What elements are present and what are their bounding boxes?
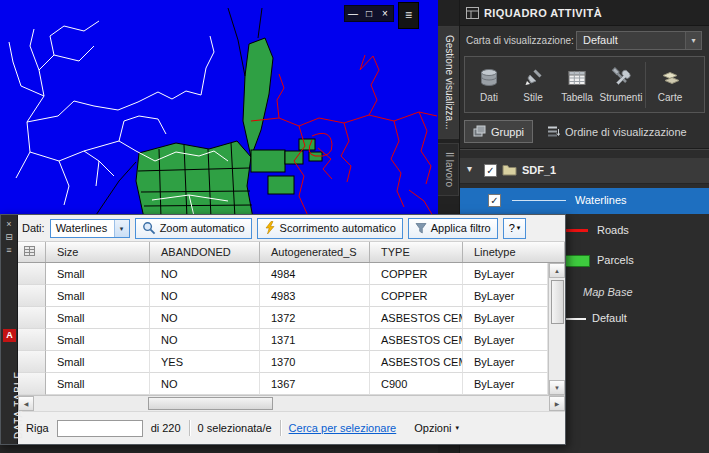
cell-abandoned: NO — [150, 307, 260, 329]
data-table-toolbar: Dati: Waterlines ▾ Zoom automatico Scorr… — [18, 215, 565, 242]
record-selector[interactable] — [18, 307, 46, 329]
help-button[interactable]: ? ▾ — [503, 218, 527, 239]
table-row[interactable]: Small YES 1370 ASBESTOS CEM... ByLayer — [18, 351, 548, 373]
record-selector[interactable] — [18, 263, 46, 285]
cell-autogenerated: 1372 — [260, 307, 370, 329]
cell-type: ASBESTOS CEM... — [370, 351, 463, 373]
column-header-size[interactable]: Size — [46, 242, 150, 262]
gruppi-label: Gruppi — [491, 126, 524, 138]
tab-il-lavoro[interactable]: Il lavoro — [438, 143, 459, 196]
cell-autogenerated: 1371 — [260, 329, 370, 351]
folder-icon — [502, 164, 517, 176]
data-table-palette: × ⊟ ≡ A DATA TABLE Dati: Waterlines ▾ Zo… — [0, 214, 566, 445]
riga-label: Riga — [26, 422, 49, 434]
groups-row: Gruppi Ordine di visualizzazione — [464, 119, 705, 144]
draw-order-icon — [547, 125, 560, 138]
layer-label: Parcels — [597, 254, 634, 266]
palette-close-icon[interactable]: × — [1, 218, 17, 231]
layer-checkbox[interactable]: ✓ — [488, 194, 501, 207]
chevron-down-icon[interactable]: ▾ — [467, 163, 472, 174]
dati-button[interactable]: Dati — [467, 59, 511, 110]
vertical-scrollbar[interactable]: ▲ ▼ — [548, 263, 565, 395]
horizontal-scroll-thumb[interactable] — [148, 397, 273, 410]
cell-linetype: ByLayer — [463, 307, 548, 329]
cell-size: Small — [46, 351, 150, 373]
cerca-per-selezionare-link[interactable]: Cerca per selezionare — [289, 422, 397, 434]
total-rows-label: di 220 — [151, 422, 181, 434]
layer-item-waterlines[interactable]: ✓ Waterlines — [460, 188, 709, 214]
maps-icon — [659, 67, 681, 89]
zoom-automatico-button[interactable]: Zoom automatico — [135, 218, 252, 239]
cell-size: Small — [46, 285, 150, 307]
tab-gestione-visualizzazione[interactable]: Gestione visualizza... — [438, 26, 459, 139]
row-number-input[interactable] — [57, 420, 143, 437]
record-selector[interactable] — [18, 351, 46, 373]
divider — [189, 420, 190, 436]
draw-order-button[interactable]: Ordine di visualizzazione — [543, 120, 691, 143]
record-selector[interactable] — [18, 373, 46, 395]
table-row[interactable]: Small NO 4983 COPPER ByLayer — [18, 285, 548, 307]
record-selector-header[interactable] — [18, 242, 46, 262]
panel-menu-button[interactable]: ≡ — [398, 2, 419, 29]
cell-autogenerated: 4983 — [260, 285, 370, 307]
column-header-autogenerated[interactable]: Autogenerated_S — [260, 242, 370, 262]
scroll-right-icon[interactable]: ▶ — [549, 396, 565, 411]
minimize-icon[interactable]: — — [345, 6, 361, 21]
layer-group-sdf1[interactable]: ▾ ✓ SDF_1 — [460, 158, 709, 184]
map-viewport[interactable]: — □ × ≡ — [0, 0, 438, 219]
cell-abandoned: NO — [150, 263, 260, 285]
chevron-down-icon: ▾ — [114, 220, 129, 237]
cell-type: COPPER — [370, 263, 463, 285]
display-map-dropdown[interactable]: Default ▾ — [576, 31, 702, 50]
table-row[interactable]: Small NO 4984 COPPER ByLayer — [18, 263, 548, 285]
cell-size: Small — [46, 307, 150, 329]
tabella-button[interactable]: Tabella — [555, 59, 599, 110]
column-header-abandoned[interactable]: ABANDONED — [150, 242, 260, 262]
strumenti-label: Strumenti — [600, 92, 643, 103]
toolbar-separator — [645, 62, 646, 108]
palette-autohide-icon[interactable]: ⊟ — [1, 231, 17, 244]
grid-icon — [24, 246, 35, 256]
task-pane-title-text: RIQUADRO ATTIVITÀ — [484, 7, 602, 19]
column-header-linetype[interactable]: Linetype — [463, 242, 565, 262]
palette-title-bar[interactable]: × ⊟ ≡ A DATA TABLE — [1, 215, 18, 444]
status-bar: Riga di 220 0 selezionata/e Cerca per se… — [18, 411, 565, 444]
cell-linetype: ByLayer — [463, 285, 548, 307]
scroll-left-icon[interactable]: ◀ — [18, 396, 34, 411]
strumenti-button[interactable]: Strumenti — [599, 59, 643, 110]
column-header-type[interactable]: TYPE — [370, 242, 463, 262]
applica-filtro-label: Applica filtro — [431, 222, 491, 234]
scorrimento-automatico-button[interactable]: Scorrimento automatico — [257, 218, 403, 239]
table-header: Size ABANDONED Autogenerated_S TYPE Line… — [18, 242, 565, 263]
map-canvas[interactable] — [0, 0, 438, 219]
table-row[interactable]: Small NO 1367 C900 ByLayer — [18, 373, 548, 395]
horizontal-scrollbar[interactable]: ◀ ▶ — [18, 395, 565, 411]
gruppi-button[interactable]: Gruppi — [464, 120, 533, 143]
carte-button[interactable]: Carte — [648, 59, 692, 110]
table-row[interactable]: Small NO 1371 ASBESTOS CEM... ByLayer — [18, 329, 548, 351]
cell-autogenerated: 4984 — [260, 263, 370, 285]
tools-icon — [610, 67, 632, 89]
layer-group-label: SDF_1 — [522, 164, 556, 176]
scroll-down-icon[interactable]: ▼ — [549, 380, 565, 395]
close-icon[interactable]: × — [377, 6, 393, 21]
record-selector[interactable] — [18, 285, 46, 307]
data-source-dropdown[interactable]: Waterlines ▾ — [50, 219, 130, 238]
cell-linetype: ByLayer — [463, 373, 548, 395]
applica-filtro-button[interactable]: Applica filtro — [408, 218, 498, 239]
palette-properties-icon[interactable]: ≡ — [1, 244, 17, 257]
restore-icon[interactable]: □ — [361, 6, 377, 21]
opzioni-button[interactable]: Opzioni ▾ — [414, 422, 459, 434]
filter-icon — [415, 222, 427, 234]
vertical-scroll-thumb[interactable] — [551, 280, 564, 324]
scroll-up-icon[interactable]: ▲ — [549, 263, 565, 278]
table-row[interactable]: Small NO 1372 ASBESTOS CEM... ByLayer — [18, 307, 548, 329]
layer-checkbox[interactable]: ✓ — [484, 164, 497, 177]
record-selector[interactable] — [18, 329, 46, 351]
chevron-down-icon: ▾ — [517, 224, 521, 232]
cell-abandoned: NO — [150, 373, 260, 395]
stile-button[interactable]: Stile — [511, 59, 555, 110]
hamburger-icon: ≡ — [405, 8, 412, 22]
data-table-grid: Size ABANDONED Autogenerated_S TYPE Line… — [18, 242, 565, 395]
draw-order-label: Ordine di visualizzazione — [565, 126, 687, 138]
